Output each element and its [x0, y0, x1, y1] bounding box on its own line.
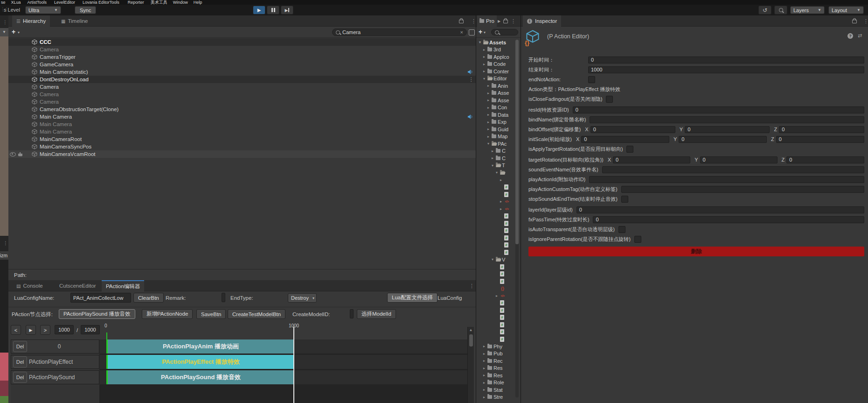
field-input[interactable]: 0 — [593, 216, 864, 223]
current-time-input[interactable]: 1000 — [55, 325, 74, 334]
project-tree-item[interactable] — [476, 270, 515, 278]
project-tree-item[interactable] — [476, 336, 515, 343]
expand-arrow-icon[interactable]: ▸ — [482, 381, 486, 385]
axis-input-x[interactable]: 0 — [590, 126, 675, 133]
hierarchy-row[interactable]: MainCameraVcamRoot — [8, 150, 476, 158]
expand-arrow-icon[interactable]: ▾ — [486, 141, 490, 146]
menu-item[interactable]: XLua — [11, 0, 21, 5]
project-tree-item[interactable]: ▸ Guid — [476, 126, 515, 133]
menu-item[interactable]: ArtistTools — [28, 0, 47, 5]
project-tree-item[interactable]: ▾ V — [476, 256, 515, 263]
gizmos-button[interactable]: izm — [0, 251, 8, 260]
axis-input-y[interactable]: 0 — [700, 156, 778, 163]
menu-item[interactable]: 美术工具 — [151, 0, 167, 5]
project-tree-item[interactable]: ▾ — [476, 169, 515, 177]
field-input[interactable]: 0 — [573, 106, 864, 113]
project-tree-item[interactable]: ▸ Data — [476, 111, 515, 119]
kebab-icon[interactable]: ⋮ — [511, 18, 516, 24]
luaconfigname-input[interactable]: PAct_AnimCollectLow — [70, 293, 131, 303]
tab-paction-editor[interactable]: PAction编辑器 — [102, 280, 144, 291]
project-tree-item[interactable]: ▾ Assets — [476, 39, 515, 46]
project-tree-item[interactable]: ▸ Role — [476, 379, 515, 387]
project-tree-item[interactable]: ▸ Con — [476, 104, 515, 112]
axis-input-z[interactable]: 0 — [776, 136, 864, 143]
project-tree-item[interactable]: ▸ Phy — [476, 343, 515, 350]
expand-arrow-icon[interactable]: ▸ — [482, 388, 486, 392]
expand-arrow-icon[interactable]: ▸ — [482, 395, 486, 399]
project-tree-item[interactable]: ▸ Map — [476, 133, 515, 141]
hierarchy-row[interactable]: Camera — [8, 46, 476, 53]
presets-icon[interactable]: ⇄ — [858, 33, 862, 39]
help-icon[interactable]: ? — [847, 33, 853, 39]
project-tree-item[interactable] — [476, 285, 515, 292]
hierarchy-search-input[interactable]: Camera × — [332, 28, 467, 36]
expand-arrow-icon[interactable]: ▸ — [491, 156, 494, 160]
project-tree-item[interactable]: ▸ — [476, 198, 515, 205]
scrollbar-thumb[interactable] — [515, 40, 519, 244]
tab-inspector[interactable]: i Inspector — [523, 15, 561, 27]
delete-track-button[interactable]: Del — [13, 372, 27, 383]
expand-arrow-icon[interactable]: ▸ — [486, 91, 490, 95]
project-tree-item[interactable]: ▸ 3rd — [476, 46, 515, 54]
project-tree-item[interactable] — [476, 191, 515, 198]
project-tree-item[interactable] — [476, 321, 515, 329]
left-strip-dropdown[interactable]: ▼ — [0, 28, 8, 36]
hierarchy-row[interactable]: Main Camera — [8, 113, 476, 120]
expand-arrow-icon[interactable]: ▸ — [482, 352, 486, 356]
expand-arrow-icon[interactable]: ▸ — [482, 55, 486, 59]
create-add-button[interactable]: + — [12, 29, 15, 34]
project-tree-item[interactable] — [476, 241, 515, 249]
expand-arrow-icon[interactable]: ▸ — [486, 106, 490, 110]
kebab-icon[interactable]: ⋮ — [469, 283, 474, 289]
hierarchy-row[interactable]: MainCameraRoot — [8, 135, 476, 143]
delete-button[interactable]: 删除 — [528, 247, 864, 256]
field-checkbox[interactable] — [626, 146, 633, 153]
field-checkbox[interactable] — [618, 226, 625, 233]
project-tree-item[interactable]: ▸ Exp — [476, 119, 515, 126]
project-tree-item[interactable] — [476, 220, 515, 227]
expand-arrow-icon[interactable]: ▸ — [486, 134, 490, 139]
project-tree-item[interactable]: ▸ Asse — [476, 97, 515, 104]
hierarchy-row[interactable]: Main Camera — [8, 120, 476, 128]
project-search-input[interactable] — [491, 29, 518, 35]
delete-track-button[interactable]: Del — [13, 356, 27, 368]
project-tree-item[interactable] — [476, 278, 515, 285]
project-scrollbar[interactable] — [515, 40, 519, 397]
isolate-filter-icon[interactable] — [469, 29, 475, 35]
expand-arrow-icon[interactable]: ▸ — [486, 84, 490, 88]
project-tree-item[interactable]: ▸ C — [476, 155, 515, 162]
tab-hierarchy[interactable]: ☰ Hierarchy — [12, 15, 50, 27]
expand-arrow-icon[interactable]: ▸ — [482, 373, 486, 377]
project-tree-item[interactable]: ▸ Stre — [476, 394, 515, 401]
kebab-icon[interactable]: ⋮ — [863, 18, 868, 24]
select-model-id-button[interactable]: 选择ModelId — [357, 309, 396, 319]
lock-icon[interactable] — [503, 20, 508, 23]
field-checkbox[interactable] — [606, 96, 613, 103]
delete-track-button[interactable]: Del — [13, 341, 27, 352]
project-tree-item[interactable]: ▸ Conter — [476, 68, 515, 75]
project-tree-item[interactable]: ▾ PAc — [476, 140, 515, 148]
project-tree-item[interactable]: ▸ Asse — [476, 90, 515, 97]
project-tree-item[interactable]: ▸ Pub — [476, 350, 515, 358]
axis-input-x[interactable]: 0 — [613, 156, 690, 163]
track-clip-bar[interactable]: PActionPlaySound 播放音效 — [106, 370, 294, 384]
expand-arrow-icon[interactable]: ▸ — [499, 207, 503, 211]
lock-icon[interactable] — [852, 20, 857, 23]
project-tree-item[interactable] — [476, 314, 515, 321]
project-tree-item[interactable]: ▸ Rec — [476, 357, 515, 365]
expand-arrow-icon[interactable]: ▸ — [486, 120, 490, 124]
project-tree-item[interactable] — [476, 263, 515, 271]
project-tree-item[interactable]: ▸ Res — [476, 365, 515, 372]
save-button[interactable]: SaveBtn — [196, 309, 226, 319]
scene-kebab-icon[interactable]: ⋮ — [469, 76, 474, 83]
expand-arrow-icon[interactable]: ▸ — [486, 127, 490, 131]
tab-scroll-arrow-icon[interactable]: ▶ — [498, 19, 500, 23]
track-clip-bar[interactable]: PActionPlayAnim 播放动画 — [106, 339, 294, 354]
project-tree-item[interactable]: ▸ Applco — [476, 53, 515, 61]
project-tree-item[interactable]: ▸ Stat — [476, 386, 515, 394]
project-tree-item[interactable]: ▸ — [476, 205, 515, 213]
paction-node-type-button[interactable]: PActionPlaySound 播放音效 — [59, 309, 135, 319]
layout-dropdown[interactable]: Layout ▼ — [828, 6, 864, 14]
expand-arrow-icon[interactable]: ▸ — [499, 178, 503, 182]
field-input[interactable] — [621, 186, 864, 193]
